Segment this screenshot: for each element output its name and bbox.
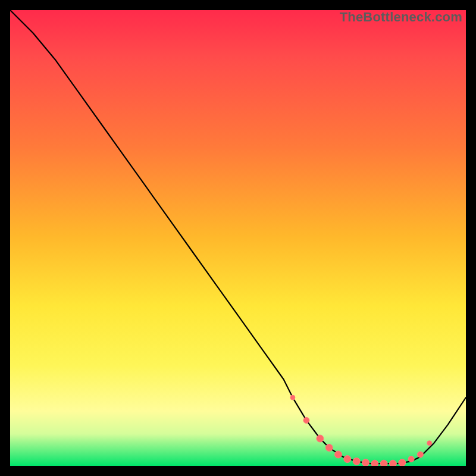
marker-dot	[335, 451, 342, 458]
chart-svg	[10, 10, 466, 466]
bottleneck-curve	[10, 10, 466, 464]
marker-dot	[290, 395, 295, 400]
marker-dot	[362, 459, 369, 466]
marker-dot	[371, 460, 378, 466]
marker-dot	[317, 435, 324, 442]
chart-stage: TheBottleneck.com	[0, 0, 476, 476]
plot-area: TheBottleneck.com	[10, 10, 466, 466]
marker-dot	[303, 417, 309, 423]
marker-dot	[344, 456, 351, 463]
marker-dot	[353, 458, 360, 465]
marker-dot	[389, 460, 396, 466]
marker-dot	[399, 459, 406, 466]
marker-group	[290, 395, 432, 466]
marker-dot	[325, 444, 333, 451]
marker-dot	[417, 452, 423, 458]
marker-dot	[408, 456, 414, 462]
marker-dot	[380, 460, 387, 466]
marker-dot	[427, 441, 432, 446]
